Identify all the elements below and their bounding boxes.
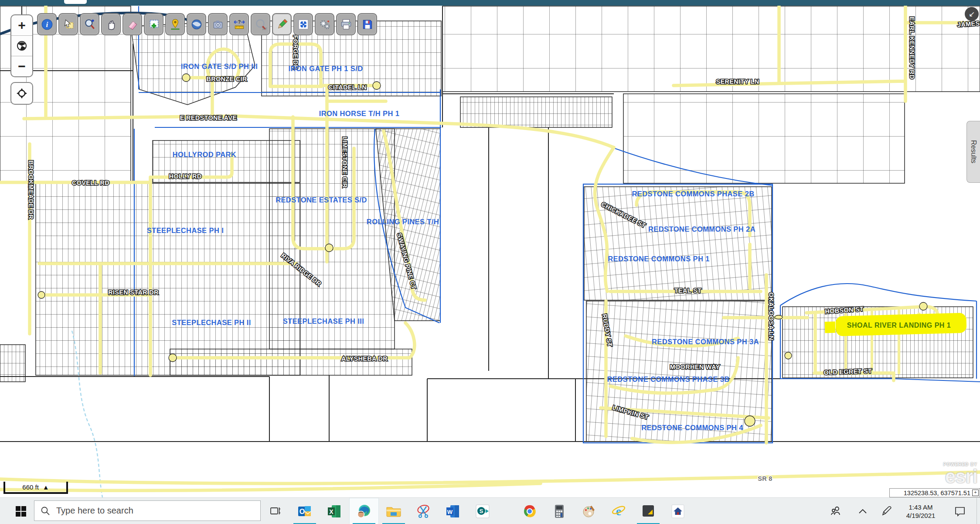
scale-label: 660 ft: [22, 483, 39, 491]
file-explorer-taskbar-button[interactable]: [379, 498, 408, 524]
sharepoint-taskbar-button[interactable]: S: [468, 498, 497, 524]
zoom-controls: + −: [10, 14, 33, 77]
street-label: HOLLY RD: [169, 173, 202, 180]
pen-icon: [881, 506, 892, 517]
erase-icon: [126, 18, 139, 31]
action-center-icon: [954, 506, 966, 517]
geoprocessing-tools-button[interactable]: [315, 13, 334, 35]
people-icon: [830, 505, 842, 517]
parcel-map[interactable]: BRONZE CIRCITADEL LNE REDSTONE AVEFORGE …: [0, 6, 980, 497]
gis-app-taskbar-button[interactable]: [633, 498, 663, 524]
erase-button[interactable]: [122, 13, 142, 35]
map-snapshot-button[interactable]: [208, 13, 228, 35]
word-icon: W: [444, 503, 462, 520]
property-app-taskbar-button[interactable]: [663, 498, 693, 524]
pen-tray-button[interactable]: [879, 498, 894, 524]
pan-button[interactable]: [101, 13, 121, 35]
tray-overflow-button[interactable]: [855, 498, 870, 524]
outlook-taskbar-button[interactable]: O: [290, 498, 320, 524]
show-desktop-button[interactable]: [977, 498, 980, 524]
measure-distance-button[interactable]: ?: [229, 13, 249, 35]
people-button[interactable]: [827, 498, 845, 524]
zoom-extent-icon: [297, 18, 310, 31]
subdivision-label: REDSTONE COMMONS PH 3A: [652, 338, 759, 346]
street-label: BROOKMEADE DR: [27, 160, 34, 219]
subdivision-label: REDSTONE COMMONS PH 1: [608, 255, 710, 263]
subdivision-label: REDSTONE COMMONS PH 2A: [648, 225, 755, 233]
pan-icon: [105, 18, 118, 31]
zoom-window-button[interactable]: [80, 13, 99, 35]
outlook-icon: O: [296, 503, 313, 520]
taskbar-clock[interactable]: 1:43 AM 4/19/2021: [900, 498, 942, 524]
map-canvas[interactable]: BRONZE CIRCITADEL LNE REDSTONE AVEFORGE …: [0, 6, 980, 497]
locate-address-button[interactable]: [165, 13, 185, 35]
property-app-icon: [669, 503, 687, 520]
taskbar-search[interactable]: [34, 500, 261, 521]
esri-logo: esri: [924, 467, 977, 486]
street-label: TEAL ST: [674, 287, 701, 294]
taskbar-apps: OXWSe: [290, 498, 693, 524]
zoom-in-button[interactable]: +: [11, 15, 32, 35]
print-button[interactable]: [336, 13, 356, 35]
task-view-button[interactable]: [265, 498, 285, 524]
globe-home-button[interactable]: [11, 35, 32, 56]
svg-text:W: W: [447, 508, 453, 515]
svg-text:i: i: [46, 21, 48, 29]
calculator-taskbar-button[interactable]: [544, 498, 574, 524]
map-toolbar: i?XY: [37, 13, 377, 35]
svg-text:XY: XY: [262, 26, 267, 31]
action-center-button[interactable]: [950, 498, 970, 524]
internet-explorer-icon: e: [610, 503, 627, 520]
start-button[interactable]: [9, 498, 33, 524]
street-label: COVELL RD: [72, 179, 109, 186]
chrome-icon: [521, 503, 538, 520]
paint-taskbar-button[interactable]: [574, 498, 604, 524]
zoom-out-button[interactable]: −: [11, 56, 32, 76]
xy-search-button[interactable]: XY: [251, 13, 270, 35]
search-input[interactable]: [55, 505, 240, 516]
collapse-panel-button[interactable]: ↙: [965, 7, 979, 21]
add-selection-button[interactable]: [144, 13, 163, 35]
identify-button[interactable]: i: [37, 13, 57, 35]
coordinate-value: 1325238.53, 637571.51: [904, 490, 970, 497]
results-tab[interactable]: Results: [966, 121, 980, 183]
print-icon: [340, 18, 353, 31]
zoom-extent-button[interactable]: [293, 13, 313, 35]
svg-text:X: X: [329, 508, 333, 515]
excel-taskbar-button[interactable]: X: [320, 498, 349, 524]
calculator-icon: [551, 503, 568, 520]
street-label: CITADEL LN: [328, 84, 367, 91]
subdivision-label: REDSTONE COMMONS PH 4: [641, 424, 743, 432]
subdivision-label: IRON GATE PH 1 S/D: [289, 65, 363, 72]
task-view-icon: [269, 505, 281, 517]
word-taskbar-button[interactable]: W: [438, 498, 468, 524]
coordinate-expand-icon[interactable]: +: [972, 490, 979, 496]
subdivision-label: STEEPLECHASE PH III: [283, 317, 364, 325]
subdivision-label: REDSTONE COMMONS PHASE 3B: [607, 375, 729, 383]
zoom-window-icon: [83, 18, 96, 31]
street-label: SERENITY LN: [716, 78, 759, 85]
snipping-tool-taskbar-button[interactable]: [408, 498, 438, 524]
chrome-taskbar-button[interactable]: [515, 498, 544, 524]
edge-taskbar-button[interactable]: [349, 498, 379, 524]
scale-arrow-icon: ▲: [43, 483, 49, 491]
internet-explorer-taskbar-button[interactable]: e: [604, 498, 633, 524]
clock-time: 1:43 AM: [909, 503, 932, 511]
save-icon: [361, 18, 374, 31]
locate-me-button[interactable]: [10, 82, 33, 105]
chevron-up-icon: [858, 508, 868, 514]
windows-logo-icon: [15, 506, 27, 517]
subdivision-label: STEEPLECHASE PH I: [147, 226, 224, 234]
select-features-button[interactable]: [58, 13, 78, 35]
highlighted-result-label: SHOAL RIVER LANDING PH 1: [847, 322, 951, 329]
subdivision-label: REDSTONE COMMONS PHASE 2B: [632, 190, 754, 198]
collapse-arrow-icon: ↙: [969, 10, 975, 19]
geoprocessing-tools-icon: [318, 18, 331, 31]
file-explorer-icon: [385, 503, 402, 520]
street-label: ALYSHEBA DR: [341, 355, 388, 362]
draw-button[interactable]: [272, 13, 292, 35]
google-earth-button[interactable]: [187, 13, 206, 35]
header-tab: [64, 0, 87, 4]
svg-text:O: O: [299, 508, 305, 515]
save-button[interactable]: [357, 13, 377, 35]
